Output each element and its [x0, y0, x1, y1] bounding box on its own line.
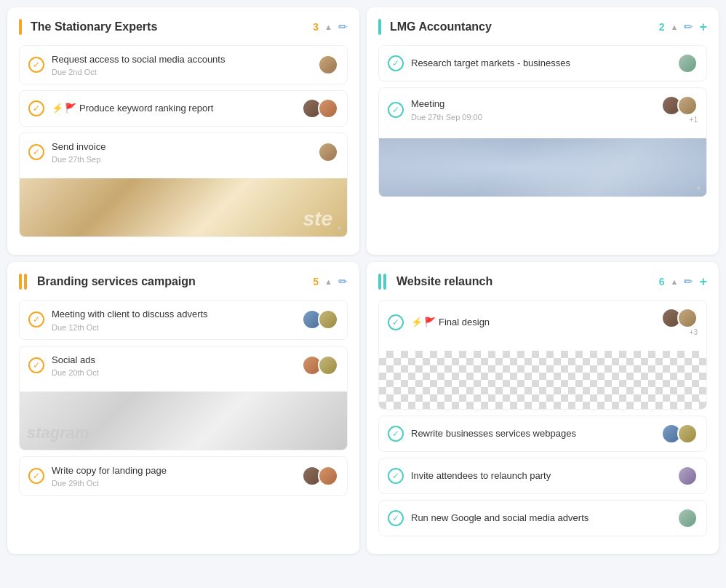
- task-flags: ⚡🚩: [411, 316, 436, 329]
- task-due-date: Due 29th Oct: [52, 479, 295, 488]
- task-info: Meeting with client to discuss advertsDu…: [52, 308, 295, 331]
- column-bar-indicator: [19, 274, 27, 290]
- column-title: The Stationary Experts: [31, 20, 307, 33]
- task-check-icon[interactable]: ✓: [388, 510, 404, 526]
- task-info: Research target markets - businesses: [411, 57, 670, 70]
- column-count: 2: [659, 21, 665, 33]
- task-flags: ⚡🚩: [52, 102, 76, 115]
- card-top: ✓Send invoiceDue 27th Sep: [20, 133, 347, 171]
- avatars: [318, 142, 338, 162]
- column-title: Branding services campaign: [37, 275, 307, 288]
- add-column-icon[interactable]: +: [699, 20, 707, 35]
- task-info: Write copy for landing pageDue 29th Oct: [52, 464, 295, 488]
- task-check-icon[interactable]: ✓: [388, 55, 404, 71]
- avatar-group: [677, 508, 698, 528]
- task-card[interactable]: ✓Write copy for landing pageDue 29th Oct: [19, 456, 348, 496]
- task-check-icon[interactable]: ✓: [388, 314, 404, 330]
- card-top: ✓⚡🚩Final design+3: [379, 301, 706, 343]
- task-title: Meeting with client to discuss adverts: [52, 308, 295, 321]
- task-card[interactable]: ✓MeetingDue 27th Sep 09:00+1▾: [378, 87, 707, 197]
- column-count: 3: [313, 21, 319, 33]
- task-title: Send invoice: [52, 140, 311, 154]
- task-title: Request access to social media accounts: [52, 53, 311, 66]
- task-check-icon[interactable]: ✓: [28, 357, 44, 373]
- avatars: [302, 466, 338, 486]
- collapse-icon[interactable]: ▲: [671, 23, 679, 31]
- task-due-date: Due 27th Sep: [52, 155, 311, 164]
- avatar-group: [677, 466, 698, 486]
- collapse-icon[interactable]: ▲: [324, 277, 332, 286]
- task-title: Rewrite businesses services webpages: [411, 427, 654, 440]
- task-info: Rewrite businesses services webpages: [411, 427, 654, 440]
- avatars: [677, 508, 698, 528]
- task-title: Write copy for landing page: [52, 464, 295, 477]
- avatar: [318, 309, 338, 330]
- column-header: LMG Accountancy2▲✏+: [378, 19, 707, 35]
- task-card[interactable]: ✓Meeting with client to discuss advertsD…: [19, 300, 348, 339]
- bolt-flag-icon: ⚡: [52, 102, 63, 115]
- scroll-hint-icon: ▾: [338, 224, 341, 232]
- avatar-group: [318, 55, 338, 75]
- avatar: [318, 355, 338, 376]
- task-check-icon[interactable]: ✓: [388, 102, 404, 118]
- task-info: Send invoiceDue 27th Sep: [52, 140, 311, 164]
- edit-column-icon[interactable]: ✏: [338, 20, 348, 33]
- task-due-date: Due 20th Oct: [52, 368, 295, 377]
- task-due-date: Due 27th Sep 09:00: [411, 113, 654, 122]
- task-title: Run new Google and social media adverts: [411, 512, 670, 525]
- task-check-icon[interactable]: ✓: [28, 144, 44, 160]
- column-count: 5: [313, 276, 319, 287]
- task-check-icon[interactable]: ✓: [28, 100, 44, 116]
- avatar: [677, 466, 698, 486]
- card-image: ▾: [20, 178, 347, 237]
- task-title: Social ads: [52, 354, 295, 367]
- avatar: [318, 466, 338, 486]
- task-due-date: Due 2nd Oct: [52, 68, 311, 76]
- edit-column-icon[interactable]: ✏: [684, 20, 693, 33]
- edit-column-icon[interactable]: ✏: [338, 275, 348, 288]
- collapse-icon[interactable]: ▲: [671, 277, 679, 286]
- task-title: Invite attendees to relaunch party: [411, 469, 670, 482]
- collapse-icon[interactable]: ▲: [324, 23, 332, 31]
- column-header: Branding services campaign5▲✏: [19, 274, 348, 290]
- edit-column-icon[interactable]: ✏: [684, 275, 693, 288]
- avatar: [677, 95, 698, 116]
- task-info: Invite attendees to relaunch party: [411, 469, 670, 482]
- add-column-icon[interactable]: +: [699, 274, 707, 290]
- avatar-group: [661, 424, 698, 444]
- column-title: LMG Accountancy: [390, 20, 653, 33]
- scroll-hint-icon: ▾: [697, 397, 701, 405]
- task-check-icon[interactable]: ✓: [28, 468, 44, 484]
- card-top: ✓MeetingDue 27th Sep 09:00+1: [379, 88, 706, 131]
- task-card[interactable]: ✓⚡🚩Final design+3▾: [378, 300, 707, 410]
- avatar-group: +3: [661, 308, 698, 336]
- task-title: ⚡🚩Produce keyword ranking report: [52, 102, 295, 115]
- avatars: [661, 95, 698, 116]
- avatar: [677, 308, 698, 328]
- avatar-group: +1: [661, 95, 698, 124]
- column-stationary-experts: The Stationary Experts3▲✏✓Request access…: [7, 7, 359, 255]
- task-info: Social adsDue 20th Oct: [52, 354, 295, 377]
- avatars: [677, 466, 698, 486]
- task-card[interactable]: ✓Send invoiceDue 27th Sep▾: [19, 132, 348, 237]
- task-card[interactable]: ✓⚡🚩Produce keyword ranking report: [19, 90, 348, 127]
- task-card[interactable]: ✓Invite attendees to relaunch party: [378, 458, 707, 494]
- task-card[interactable]: ✓Rewrite businesses services webpages: [378, 416, 707, 452]
- avatar: [677, 53, 698, 74]
- task-check-icon[interactable]: ✓: [28, 57, 44, 73]
- task-info: ⚡🚩Produce keyword ranking report: [52, 102, 295, 115]
- task-card[interactable]: ✓Request access to social media accounts…: [19, 45, 348, 84]
- avatars: [302, 98, 338, 119]
- column-website-relaunch: Website relaunch6▲✏+✓⚡🚩Final design+3▾✓R…: [367, 262, 719, 554]
- task-card[interactable]: ✓Research target markets - businesses: [378, 45, 707, 82]
- task-check-icon[interactable]: ✓: [388, 468, 404, 484]
- task-card[interactable]: ✓Run new Google and social media adverts: [378, 500, 707, 536]
- task-info: ⚡🚩Final design: [411, 316, 654, 329]
- task-check-icon[interactable]: ✓: [28, 311, 44, 327]
- avatars: [302, 309, 338, 330]
- task-card[interactable]: ✓Social adsDue 20th Oct▾: [19, 346, 348, 450]
- column-header: Website relaunch6▲✏+: [378, 274, 707, 290]
- avatars: [661, 308, 698, 328]
- task-check-icon[interactable]: ✓: [388, 426, 404, 442]
- avatar-extra-count: +1: [690, 116, 698, 124]
